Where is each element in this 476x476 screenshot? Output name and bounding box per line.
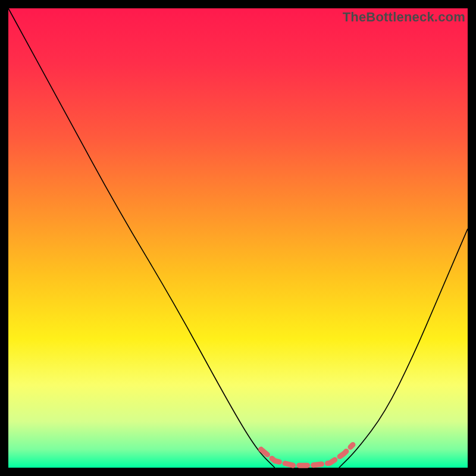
curve-right (339, 229, 468, 468)
peak-marker (261, 444, 353, 465)
bottleneck-curve (8, 8, 468, 468)
curve-left (8, 8, 275, 468)
chart-frame: TheBottleneck.com (8, 8, 468, 468)
